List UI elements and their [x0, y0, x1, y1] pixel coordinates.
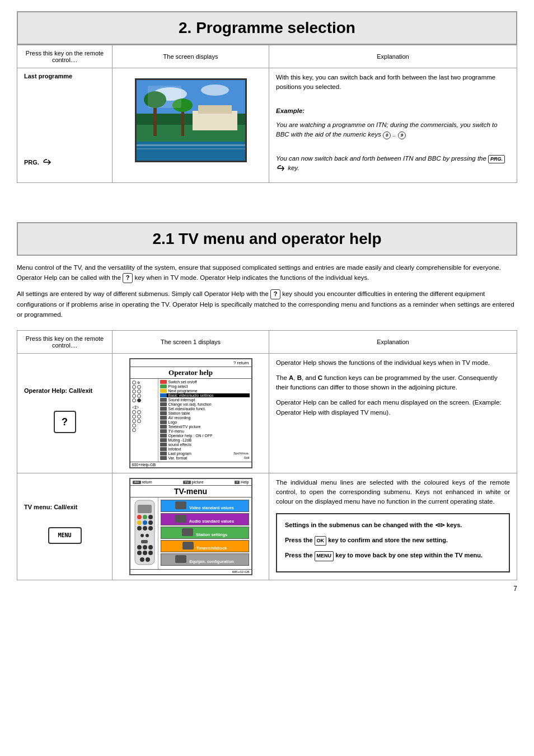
oh-btn — [160, 398, 167, 402]
oh-btn — [160, 438, 167, 442]
list-item: Timer/childlock — [161, 540, 249, 552]
col3-header: Explanation — [269, 45, 517, 68]
tm-help-btn: ? — [235, 481, 240, 484]
oh-icon — [132, 410, 136, 414]
oh-icon — [137, 415, 141, 419]
op-exp-p2: The A, B, and C function keys can be pro… — [276, 373, 510, 393]
svg-rect-15 — [138, 505, 152, 513]
arrow-key-symbol: ⊲⊳ — [435, 522, 447, 528]
tm-content: Video standard values Audio standard val… — [130, 497, 251, 569]
svg-rect-10 — [198, 105, 232, 114]
tv-menu-screen: ⟵ return TV picture ? Help — [129, 478, 252, 575]
oh-red-btn — [160, 380, 167, 384]
oh-text-row: Station table — [160, 411, 250, 415]
tm-header: ⟵ return TV picture ? Help — [130, 479, 251, 486]
body-text-p2: All settings are entered by way of diffe… — [17, 289, 517, 320]
menu-button[interactable]: MENU — [48, 527, 82, 544]
oh-arrow-icon: ◁▷ — [132, 405, 139, 410]
oh-extra2: Still — [244, 456, 250, 459]
oh-icon — [132, 428, 136, 432]
callout-box: Settings in the submenus can be changed … — [276, 513, 510, 572]
svg-point-18 — [148, 515, 153, 519]
callout-line3: Press the MENU key to move back by one s… — [285, 550, 501, 561]
oh-btn — [160, 420, 167, 424]
tv-exp-p1: The individual menu lines are selected w… — [276, 478, 510, 507]
col2-header: The screen displays — [113, 45, 269, 68]
tv-menu-explanation: The individual menu lines are selected w… — [269, 473, 517, 580]
oh-text-row: TV-menu — [160, 429, 250, 433]
svg-point-17 — [143, 515, 147, 519]
prg-label: Last programme — [24, 73, 105, 79]
oh-text-row: sound effects — [160, 443, 250, 447]
callout-line1: Settings in the submenus can be changed … — [285, 520, 501, 530]
list-item: Station settings — [161, 527, 249, 539]
num-9: 9 — [398, 132, 406, 139]
tm-header-left: ⟵ return — [133, 480, 152, 484]
svg-rect-5 — [153, 102, 157, 136]
tm-menu-color-label — [175, 501, 186, 509]
svg-point-8 — [172, 98, 193, 112]
tv-menu-screen-cell: ⟵ return TV picture ? Help — [113, 473, 269, 580]
op-exp-p1: Operator Help shows the functions of the… — [276, 358, 510, 368]
svg-point-16 — [137, 515, 142, 519]
oh-btn — [160, 456, 167, 460]
oh-content: ⚙ — [130, 379, 251, 462]
prg-inline-key: PRG. — [488, 155, 505, 164]
section1-title: 2. Programme selection — [17, 11, 517, 45]
table-row: Last programme PRG. — [17, 68, 517, 183]
list-item: Equipm. configuration — [161, 553, 249, 566]
svg-rect-27 — [141, 540, 148, 543]
oh-icon — [137, 419, 141, 423]
oh-btn — [160, 429, 167, 433]
list-item: Audio standard values — [161, 513, 249, 525]
oh-btn — [160, 411, 167, 415]
oh-footer-code: 600+Help-GB — [132, 463, 156, 467]
oh-text-row: Switch set on/off — [160, 380, 250, 384]
oh-text-row: Operator help : ON / OFF — [160, 434, 250, 438]
oh-text-row: AV recording — [160, 416, 250, 420]
oh-icon — [132, 398, 136, 402]
s2-col2-header: The screen 1 displays — [113, 330, 269, 353]
oh-icon — [132, 424, 136, 428]
op-help-screen-cell: ? return Operator help ⚙ — [113, 353, 269, 473]
svg-point-23 — [143, 526, 147, 530]
oh-btn — [160, 416, 167, 420]
oh-icon — [132, 381, 136, 384]
oh-text-row: Next programme — [160, 389, 250, 393]
svg-point-33 — [148, 551, 153, 555]
s2-col3-header: Explanation — [269, 330, 517, 353]
oh-btn — [160, 452, 167, 456]
section2: 2.1 TV menu and operator help Menu contr… — [17, 222, 517, 580]
oh-icon — [137, 389, 141, 393]
svg-point-32 — [143, 551, 147, 555]
tv-screen-image — [135, 78, 247, 162]
tm-tv-btn: TV — [183, 481, 191, 484]
svg-point-28 — [137, 545, 142, 550]
explanation-example-text2: You can now switch back and forth betwee… — [276, 154, 510, 173]
explanation-p1: With this key, you can switch back and f… — [276, 73, 510, 92]
explanation-example-label: Example: — [276, 106, 510, 116]
help-key-icon1: ? — [123, 273, 133, 283]
svg-point-20 — [143, 520, 147, 525]
oh-text-row: Sel.video/audio funct. — [160, 407, 250, 411]
svg-point-6 — [144, 91, 166, 108]
oh-icon — [137, 394, 141, 398]
tm-menu-col: Video standard values Audio standard val… — [158, 497, 251, 569]
tm-header-right: ? Help — [235, 480, 249, 484]
oh-text-row: Last program Spch/mus. — [160, 452, 250, 456]
svg-point-26 — [146, 534, 149, 537]
prg-symbol: PRG. — [24, 158, 105, 167]
tm-return-btn: ⟵ — [133, 481, 141, 484]
oh-btn — [160, 447, 167, 451]
section-divider — [17, 194, 517, 211]
section1-table: Press this key on the remote control....… — [17, 45, 517, 183]
svg-rect-12 — [137, 144, 247, 146]
svg-point-25 — [140, 534, 144, 537]
oh-icon — [137, 385, 141, 389]
oh-text-col: Switch set on/off Prog select Next progr… — [158, 379, 251, 462]
prg-explanation-cell: With this key, you can switch back and f… — [269, 68, 517, 183]
oh-text-row: Prog select — [160, 384, 250, 388]
tm-header-mid: TV picture — [183, 480, 204, 484]
question-button[interactable]: ? — [54, 411, 76, 433]
oh-icon — [137, 410, 141, 414]
